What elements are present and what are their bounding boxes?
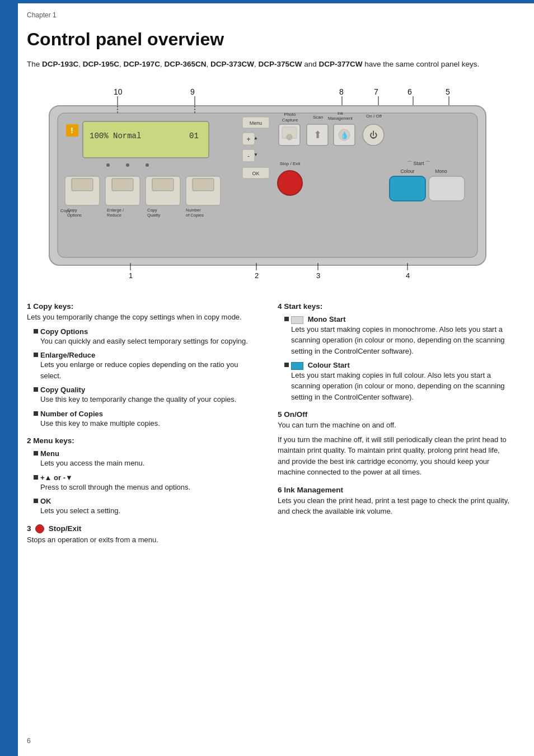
control-panel-diagram: 10 9 8 7 6 5 ! 100% Normal 01 [27, 82, 508, 297]
svg-text:1: 1 [129, 271, 133, 280]
svg-text:Ink: Ink [338, 111, 343, 116]
svg-text:⬆: ⬆ [313, 129, 322, 140]
svg-text:Quality: Quality [147, 213, 161, 218]
svg-text:Photo: Photo [284, 112, 296, 117]
left-sidebar [0, 0, 18, 756]
sub-item-number-of-copies: Number of Copies Use this key to make mu… [34, 410, 261, 429]
svg-text:-: - [247, 152, 250, 160]
page-title: Control panel overview [27, 29, 512, 50]
callout-10: 10 [114, 87, 123, 96]
desc-item-2: 2 Menu keys: Menu Lets you access the ma… [27, 436, 261, 516]
desc-item-1: 1 Copy keys: Lets you temporarily change… [27, 302, 261, 429]
svg-text:Menu: Menu [250, 120, 263, 126]
svg-text:Colour: Colour [400, 168, 414, 174]
svg-text:Management: Management [328, 116, 353, 121]
bullet-enlarge-reduce [34, 353, 38, 357]
svg-text:⏻: ⏻ [369, 130, 377, 139]
svg-text:of Copies: of Copies [186, 213, 204, 218]
svg-point-14 [126, 163, 129, 167]
desc-body-1: Lets you temporarily change the copy set… [27, 312, 261, 323]
sub-body-ok: Lets you select a setting. [40, 505, 120, 516]
svg-text:Capture: Capture [282, 118, 298, 123]
sub-item-ok: OK Lets you select a setting. [34, 497, 261, 516]
svg-text:▲: ▲ [254, 135, 258, 140]
sub-title-number-of-copies: Number of Copies [40, 410, 103, 418]
svg-text:Number: Number [186, 208, 201, 213]
svg-text:2: 2 [255, 271, 259, 280]
colour-start-icon [291, 362, 303, 370]
sub-item-copy-options: Copy Options You can quickly and easily … [34, 327, 261, 347]
svg-rect-64 [390, 176, 425, 201]
sub-body-copy-quality: Use this key to temporarily change the q… [40, 394, 236, 405]
desc-num-5: 5 [278, 410, 282, 419]
desc-body-5b: If you turn the machine off, it will sti… [278, 434, 512, 478]
sub-title-menu: Menu [40, 449, 59, 458]
desc-title-1: Copy keys: [33, 302, 73, 311]
svg-rect-22 [112, 179, 133, 191]
bullet-ok [34, 499, 38, 503]
svg-text:On / Off: On / Off [366, 114, 382, 119]
svg-text:💧: 💧 [340, 131, 349, 139]
desc-body-3: Stops an operation or exits from a menu. [27, 534, 261, 546]
intro-paragraph: The DCP-193C, DCP-195C, DCP-197C, DCP-36… [27, 59, 512, 70]
desc-col-left: 1 Copy keys: Lets you temporarily change… [27, 302, 261, 553]
desc-item-6: 6 Ink Management Lets you clean the prin… [278, 486, 512, 517]
callout-6: 6 [407, 87, 412, 96]
desc-num-6: 6 [278, 486, 282, 494]
desc-title-4: Start keys: [284, 302, 322, 311]
sub-item-enlarge-reduce: Enlarge/Reduce Lets you enlarge or reduc… [34, 351, 261, 381]
svg-text:Scan: Scan [313, 115, 323, 120]
svg-text:OK: OK [252, 171, 259, 176]
sub-body-colour-start: Lets you start making copies in full col… [291, 370, 512, 403]
svg-text:100% Normal: 100% Normal [90, 132, 141, 140]
svg-text:!: ! [71, 125, 73, 135]
mono-start-icon [291, 316, 303, 324]
svg-text:4: 4 [406, 271, 410, 280]
desc-num-1: 1 [27, 302, 31, 311]
sub-title-copy-quality: Copy Quality [40, 386, 85, 394]
desc-num-4: 4 [278, 302, 282, 311]
sub-title-mono-start: Mono Start [308, 315, 346, 323]
sub-body-menu: Lets you access the main menu. [40, 458, 144, 469]
bullet-mono-start [284, 317, 289, 321]
svg-text:Reduce: Reduce [107, 213, 121, 218]
sub-body-plus-minus: Press to scroll through the menus and op… [40, 482, 190, 493]
descriptions-section: 1 Copy keys: Lets you temporarily change… [27, 302, 512, 553]
desc-item-5: 5 On/Off You can turn the machine on and… [278, 410, 512, 478]
svg-text:3: 3 [316, 271, 320, 280]
svg-text:01: 01 [189, 132, 199, 140]
svg-rect-65 [429, 176, 465, 201]
svg-point-15 [146, 163, 149, 167]
desc-title-5: On/Off [284, 410, 307, 419]
bullet-copy-quality [34, 387, 38, 392]
bullet-menu [34, 451, 38, 456]
sub-item-colour-start: Colour Start Lets you start making copie… [284, 361, 512, 402]
desc-title-2: Menu keys: [33, 436, 74, 445]
svg-text:▼: ▼ [254, 152, 258, 157]
sub-item-menu: Menu Lets you access the main menu. [34, 449, 261, 469]
sub-item-mono-start: Mono Start Lets you start making copies … [284, 315, 512, 356]
bullet-plus-minus [34, 475, 38, 480]
desc-num-3: 3 [27, 524, 31, 533]
svg-text:⌒ Start ⌒: ⌒ Start ⌒ [407, 161, 430, 166]
desc-item-3: 3 Stop/Exit Stops an operation or exits … [27, 524, 261, 546]
desc-body-6: Lets you clean the print head, print a t… [278, 495, 512, 517]
svg-point-13 [106, 163, 110, 167]
sub-body-copy-options: You can quickly and easily select tempor… [40, 336, 248, 347]
sub-body-enlarge-reduce: Lets you enlarge or reduce copies depend… [40, 359, 261, 381]
desc-icon-stop [33, 524, 49, 533]
sub-body-number-of-copies: Use this key to make multiple copies. [40, 418, 160, 429]
chapter-label: Chapter 1 [27, 11, 512, 19]
svg-text:+: + [246, 135, 250, 143]
svg-point-60 [278, 171, 302, 195]
sub-title-enlarge-reduce: Enlarge/Reduce [40, 351, 95, 359]
svg-rect-26 [152, 179, 174, 191]
svg-rect-17 [72, 179, 93, 191]
svg-text:Stop / Exit: Stop / Exit [280, 161, 301, 166]
desc-title-3: Stop/Exit [49, 524, 82, 533]
callout-7: 7 [374, 87, 378, 96]
panel-diagram-svg: 10 9 8 7 6 5 ! 100% Normal 01 [27, 82, 508, 295]
desc-item-4: 4 Start keys: Mono Start Lets you start … [278, 302, 512, 402]
sub-title-plus-minus: +▲ or -▼ [40, 473, 73, 482]
sub-title-colour-start: Colour Start [308, 361, 350, 369]
